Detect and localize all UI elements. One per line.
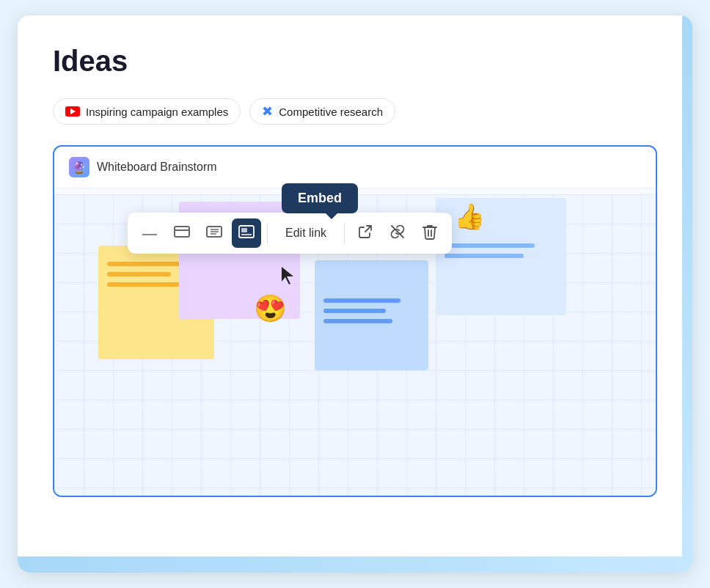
- card-icon: [174, 226, 190, 241]
- sticky-note-blue1: [315, 260, 428, 370]
- trash-icon: [422, 224, 437, 243]
- page-title: Ideas: [53, 45, 657, 78]
- tab-competitive-label: Competitive research: [279, 106, 383, 118]
- toolbar: —: [128, 213, 452, 254]
- main-window: Ideas Inspiring campaign examples ✖ Comp…: [18, 15, 692, 573]
- youtube-icon: [65, 106, 80, 117]
- toolbar-divider-2: [344, 223, 345, 243]
- list-icon: [206, 225, 222, 242]
- embed-tool-button[interactable]: [232, 218, 261, 248]
- unlink-button[interactable]: [383, 218, 412, 248]
- wb-title: Whiteboard Brainstorm: [97, 161, 217, 174]
- line-tool-button[interactable]: —: [135, 218, 164, 248]
- embed-icon: [238, 225, 255, 242]
- svg-rect-1: [175, 229, 189, 231]
- wb-icon-glyph: 🔮: [72, 161, 87, 174]
- heart-eyes-emoji: 😍: [254, 293, 287, 324]
- cursor: [280, 265, 295, 287]
- tabs-row: Inspiring campaign examples ✖ Competitiv…: [53, 98, 657, 125]
- note-lines-blue1: [323, 276, 420, 323]
- edit-link-label: Edit link: [285, 227, 326, 239]
- svg-line-9: [392, 226, 403, 238]
- svg-rect-0: [175, 227, 189, 237]
- open-external-button[interactable]: [351, 218, 380, 248]
- wb-app-icon: 🔮: [69, 157, 89, 177]
- maze-icon: ✖: [262, 103, 273, 120]
- thumbs-up-emoji: 👍: [454, 202, 485, 231]
- embed-tooltip: Embed: [282, 183, 358, 213]
- list-tool-button[interactable]: [200, 218, 229, 248]
- tab-inspiring[interactable]: Inspiring campaign examples: [53, 98, 241, 125]
- whiteboard-header: 🔮 Whiteboard Brainstorm: [54, 147, 656, 188]
- svg-rect-7: [241, 228, 247, 232]
- whiteboard-container: 🔮 Whiteboard Brainstorm Embed —: [53, 145, 657, 497]
- unlink-icon: [389, 224, 406, 243]
- embed-tooltip-label: Embed: [298, 191, 342, 205]
- line-icon: —: [142, 225, 157, 242]
- edit-link-button[interactable]: Edit link: [274, 218, 338, 248]
- tab-inspiring-label: Inspiring campaign examples: [86, 106, 228, 118]
- card-tool-button[interactable]: [167, 218, 197, 248]
- svg-marker-10: [282, 267, 293, 284]
- tab-competitive[interactable]: ✖ Competitive research: [249, 98, 395, 125]
- toolbar-divider-1: [267, 223, 268, 243]
- open-external-icon: [358, 224, 373, 243]
- delete-button[interactable]: [415, 218, 444, 248]
